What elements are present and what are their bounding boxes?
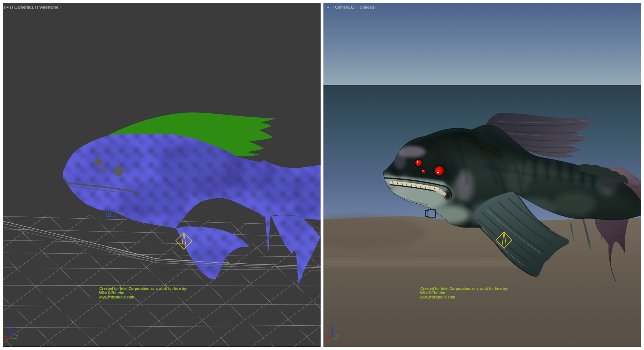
svg-text:[ + ] [ Camera01 ] [ Shaded ]: [ + ] [ Camera01 ] [ Shaded ]: [325, 5, 376, 9]
svg-text:[ + ] [ Camera01 ] [ Wireframe: [ + ] [ Camera01 ] [ Wireframe ]: [4, 5, 60, 9]
svg-text:Created for Intel Corporation: Created for Intel Corporation as a work …: [99, 287, 187, 291]
svg-text:Mike O'Rourke: Mike O'Rourke: [99, 291, 124, 295]
svg-text:Created for Intel Corporation: Created for Intel Corporation as a work …: [420, 287, 508, 291]
svg-text:y: y: [16, 333, 19, 337]
svg-text:www.fritzstudio.com: www.fritzstudio.com: [98, 295, 134, 299]
svg-text:z: z: [10, 325, 13, 329]
svg-text:x: x: [4, 333, 6, 337]
svg-text:z: z: [331, 325, 333, 329]
svg-text:x: x: [325, 333, 327, 337]
svg-text:www.fritzstudio.com: www.fritzstudio.com: [419, 295, 455, 299]
svg-text:Mike O'Rourke: Mike O'Rourke: [420, 291, 445, 295]
svg-text:y: y: [337, 333, 340, 337]
